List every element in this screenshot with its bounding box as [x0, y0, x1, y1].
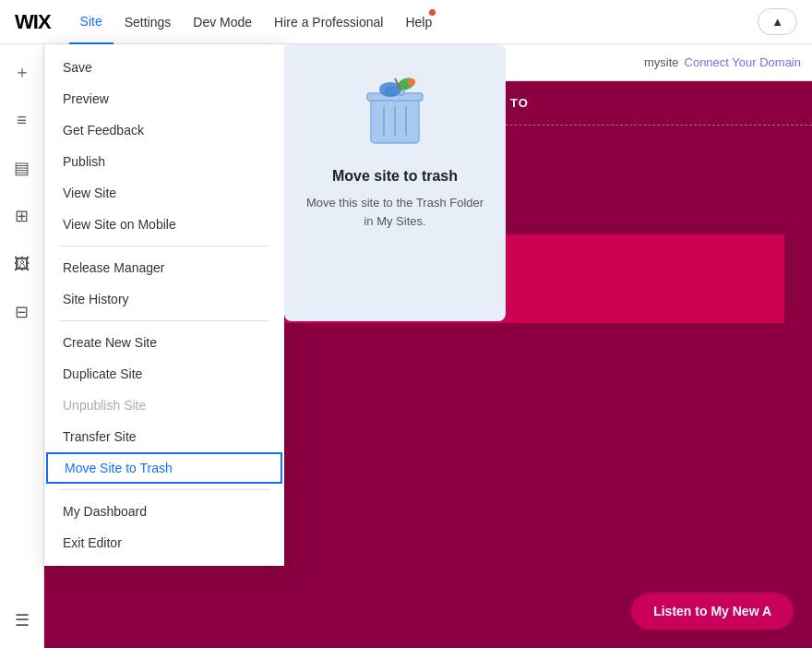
- listen-button[interactable]: Listen to My New A: [631, 593, 794, 630]
- nav-item-help[interactable]: Help: [394, 0, 443, 44]
- wix-logo: WIX: [15, 10, 51, 34]
- nav-item-devmode[interactable]: Dev Mode: [182, 0, 263, 44]
- media-icon[interactable]: 🖼: [6, 247, 39, 281]
- nav-right: ▲: [758, 8, 797, 35]
- left-sidebar: ＋ ≡ ▤ ⊞ 🖼 ⊟ ☰: [0, 44, 44, 648]
- layers-icon[interactable]: ≡: [6, 103, 39, 137]
- trash-icon-container: [353, 66, 436, 150]
- more-icon[interactable]: ☰: [6, 604, 39, 637]
- menu-save[interactable]: Save: [44, 52, 284, 83]
- help-notification-dot: [429, 9, 436, 16]
- components-icon[interactable]: ⊟: [6, 295, 39, 329]
- submenu-description: Move this site to the Trash Folder in My…: [303, 194, 487, 230]
- menu-view-site[interactable]: View Site: [44, 177, 284, 209]
- menu-duplicate-site[interactable]: Duplicate Site: [44, 358, 284, 390]
- top-nav: WIX Site Settings Dev Mode Hire a Profes…: [0, 0, 812, 44]
- menu-release-manager[interactable]: Release Manager: [44, 252, 284, 283]
- menu-move-to-trash[interactable]: Move Site to Trash: [46, 452, 282, 484]
- menu-transfer-site[interactable]: Transfer Site: [44, 421, 284, 452]
- menu-my-dashboard[interactable]: My Dashboard: [44, 496, 284, 527]
- menu-get-feedback[interactable]: Get Feedback: [44, 114, 284, 146]
- divider-1: [59, 246, 269, 246]
- divider-3: [59, 489, 269, 490]
- menu-unpublish-site: Unpublish Site: [44, 390, 284, 421]
- submenu-title: Move site to trash: [332, 168, 458, 185]
- divider-2: [59, 320, 269, 321]
- menu-preview[interactable]: Preview: [44, 83, 284, 114]
- pages-icon[interactable]: ▤: [6, 151, 39, 185]
- upgrade-button[interactable]: ▲: [758, 8, 797, 35]
- menu-view-site-mobile[interactable]: View Site on Mobile: [44, 209, 284, 240]
- move-to-trash-submenu: Move site to trash Move this site to the…: [284, 44, 506, 321]
- nav-item-site[interactable]: Site: [69, 0, 113, 44]
- site-dropdown-menu: Save Preview Get Feedback Publish View S…: [44, 44, 284, 566]
- menu-publish[interactable]: Publish: [44, 146, 284, 177]
- trash-icon: [358, 69, 432, 148]
- connect-domain-link[interactable]: Connect Your Domain: [685, 55, 801, 69]
- add-icon[interactable]: ＋: [6, 55, 39, 89]
- nav-item-settings[interactable]: Settings: [113, 0, 183, 44]
- domain-name: mysite: [644, 55, 679, 69]
- menu-site-history[interactable]: Site History: [44, 283, 284, 315]
- nav-item-hire[interactable]: Hire a Professional: [263, 0, 394, 44]
- main-area: ＋ ≡ ▤ ⊞ 🖼 ⊟ ☰ Pa mysite Connect Your Dom…: [0, 44, 812, 648]
- apps-icon[interactable]: ⊞: [6, 199, 39, 233]
- preview-nav-more[interactable]: TO: [510, 96, 529, 110]
- svg-point-8: [408, 78, 415, 86]
- menu-create-new-site[interactable]: Create New Site: [44, 327, 284, 358]
- menu-exit-editor[interactable]: Exit Editor: [44, 527, 284, 558]
